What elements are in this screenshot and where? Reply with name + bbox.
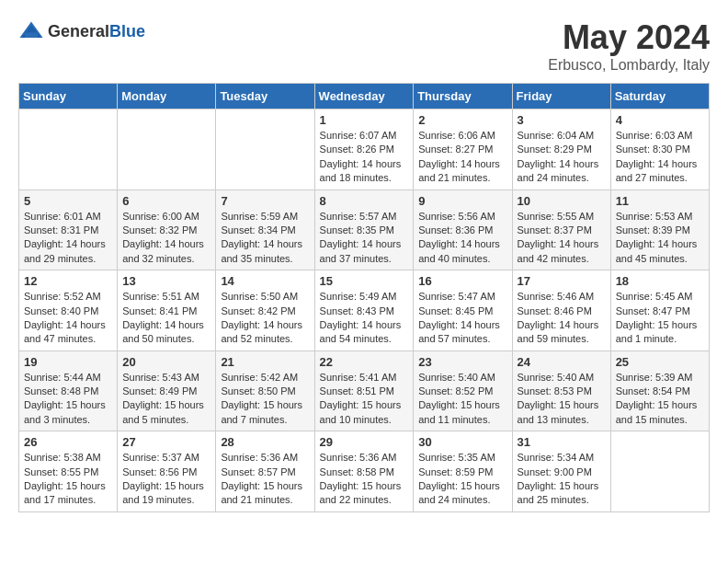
sunset-info: Sunset: 8:41 PM [122, 305, 197, 316]
daylight-hours: Daylight: 14 hours and 52 minutes. [221, 319, 302, 344]
day-info: Sunrise: 6:06 AMSunset: 8:27 PMDaylight:… [418, 129, 506, 186]
day-info: Sunrise: 5:50 AMSunset: 8:42 PMDaylight:… [221, 290, 309, 347]
day-number: 4 [616, 113, 704, 127]
day-number: 3 [518, 113, 606, 127]
day-number: 13 [122, 274, 210, 288]
day-info: Sunrise: 5:52 AMSunset: 8:40 PMDaylight:… [24, 290, 112, 347]
day-info: Sunrise: 5:55 AMSunset: 8:37 PMDaylight:… [518, 210, 606, 267]
sunset-info: Sunset: 8:32 PM [122, 224, 197, 236]
sunrise-info: Sunrise: 5:45 AM [616, 291, 693, 302]
daylight-hours: Daylight: 14 hours and 40 minutes. [418, 238, 500, 263]
calendar-cell: 17Sunrise: 5:46 AMSunset: 8:46 PMDayligh… [512, 270, 610, 351]
svg-rect-2 [25, 32, 38, 38]
daylight-hours: Daylight: 15 hours and 21 minutes. [221, 480, 302, 505]
calendar-cell: 31Sunrise: 5:34 AMSunset: 9:00 PMDayligh… [512, 431, 610, 512]
sunrise-info: Sunrise: 5:35 AM [418, 452, 495, 463]
calendar-cell: 13Sunrise: 5:51 AMSunset: 8:41 PMDayligh… [118, 270, 216, 351]
sunrise-info: Sunrise: 5:43 AM [122, 372, 199, 383]
day-info: Sunrise: 6:07 AMSunset: 8:26 PMDaylight:… [320, 129, 409, 186]
day-info: Sunrise: 6:01 AMSunset: 8:31 PMDaylight:… [24, 210, 112, 267]
sunset-info: Sunset: 8:47 PM [616, 305, 690, 316]
sunrise-info: Sunrise: 5:34 AM [518, 452, 595, 463]
calendar-cell [19, 109, 118, 190]
day-info: Sunrise: 5:35 AMSunset: 8:59 PMDaylight:… [418, 451, 506, 508]
day-info: Sunrise: 5:59 AMSunset: 8:34 PMDaylight:… [221, 210, 309, 267]
calendar-week-row: 1Sunrise: 6:07 AMSunset: 8:26 PMDaylight… [19, 109, 710, 190]
sunrise-info: Sunrise: 5:46 AM [518, 291, 595, 302]
day-number: 27 [122, 435, 210, 449]
daylight-hours: Daylight: 15 hours and 24 minutes. [418, 480, 500, 505]
daylight-hours: Daylight: 15 hours and 1 minute. [616, 319, 698, 344]
calendar-cell: 29Sunrise: 5:36 AMSunset: 8:58 PMDayligh… [314, 431, 414, 512]
day-number: 1 [320, 113, 409, 127]
sunset-info: Sunset: 8:48 PM [24, 385, 98, 396]
day-info: Sunrise: 5:34 AMSunset: 9:00 PMDaylight:… [518, 451, 606, 508]
sunrise-info: Sunrise: 5:40 AM [418, 372, 495, 383]
day-number: 25 [616, 355, 704, 369]
day-info: Sunrise: 5:36 AMSunset: 8:57 PMDaylight:… [221, 451, 309, 508]
day-number: 19 [24, 355, 112, 369]
location: Erbusco, Lombardy, Italy [548, 57, 710, 74]
sunset-info: Sunset: 9:00 PM [518, 466, 592, 477]
month-title: May 2024 [548, 18, 710, 57]
sunrise-info: Sunrise: 5:56 AM [418, 211, 495, 222]
day-info: Sunrise: 5:37 AMSunset: 8:56 PMDaylight:… [122, 451, 210, 508]
day-number: 20 [122, 355, 210, 369]
day-info: Sunrise: 5:45 AMSunset: 8:47 PMDaylight:… [616, 290, 704, 347]
day-number: 8 [320, 194, 409, 208]
sunrise-info: Sunrise: 5:52 AM [24, 291, 101, 302]
day-info: Sunrise: 5:38 AMSunset: 8:55 PMDaylight:… [24, 451, 112, 508]
calendar-cell: 7Sunrise: 5:59 AMSunset: 8:34 PMDaylight… [216, 190, 314, 270]
day-info: Sunrise: 5:41 AMSunset: 8:51 PMDaylight:… [320, 371, 409, 428]
day-number: 6 [122, 194, 210, 208]
sunrise-info: Sunrise: 5:42 AM [221, 372, 298, 383]
sunset-info: Sunset: 8:54 PM [616, 385, 690, 396]
day-number: 18 [616, 274, 704, 288]
day-info: Sunrise: 5:51 AMSunset: 8:41 PMDaylight:… [122, 290, 210, 347]
sunrise-info: Sunrise: 5:49 AM [320, 291, 397, 302]
sunrise-info: Sunrise: 5:47 AM [418, 291, 495, 302]
calendar-cell: 2Sunrise: 6:06 AMSunset: 8:27 PMDaylight… [414, 109, 512, 190]
day-number: 12 [24, 274, 112, 288]
sunset-info: Sunset: 8:46 PM [518, 305, 592, 316]
day-number: 29 [320, 435, 409, 449]
calendar-cell [610, 431, 709, 512]
sunset-info: Sunset: 8:34 PM [221, 224, 295, 236]
daylight-hours: Daylight: 15 hours and 22 minutes. [320, 480, 402, 505]
sunset-info: Sunset: 8:55 PM [24, 466, 98, 477]
day-info: Sunrise: 5:53 AMSunset: 8:39 PMDaylight:… [616, 210, 704, 267]
calendar-cell: 6Sunrise: 6:00 AMSunset: 8:32 PMDaylight… [118, 190, 216, 270]
day-info: Sunrise: 5:39 AMSunset: 8:54 PMDaylight:… [616, 371, 704, 428]
sunrise-info: Sunrise: 6:01 AM [24, 211, 101, 222]
sunset-info: Sunset: 8:56 PM [122, 466, 197, 477]
calendar-cell: 28Sunrise: 5:36 AMSunset: 8:57 PMDayligh… [216, 431, 314, 512]
day-info: Sunrise: 5:40 AMSunset: 8:53 PMDaylight:… [518, 371, 606, 428]
sunrise-info: Sunrise: 5:51 AM [122, 291, 199, 302]
sunset-info: Sunset: 8:31 PM [24, 224, 98, 236]
daylight-hours: Daylight: 14 hours and 50 minutes. [122, 319, 204, 344]
calendar-week-row: 19Sunrise: 5:44 AMSunset: 8:48 PMDayligh… [19, 350, 710, 431]
day-number: 26 [24, 435, 112, 449]
calendar-cell: 5Sunrise: 6:01 AMSunset: 8:31 PMDaylight… [19, 190, 118, 270]
day-info: Sunrise: 5:47 AMSunset: 8:45 PMDaylight:… [418, 290, 506, 347]
calendar-week-row: 12Sunrise: 5:52 AMSunset: 8:40 PMDayligh… [19, 270, 710, 351]
daylight-hours: Daylight: 15 hours and 3 minutes. [24, 399, 106, 424]
sunrise-info: Sunrise: 6:00 AM [122, 211, 199, 222]
sunrise-info: Sunrise: 5:39 AM [616, 372, 693, 383]
sunrise-info: Sunrise: 5:36 AM [320, 452, 397, 463]
day-info: Sunrise: 5:40 AMSunset: 8:52 PMDaylight:… [418, 371, 506, 428]
daylight-hours: Daylight: 14 hours and 32 minutes. [122, 238, 204, 263]
calendar-cell: 14Sunrise: 5:50 AMSunset: 8:42 PMDayligh… [216, 270, 314, 351]
calendar-cell [118, 109, 216, 190]
weekday-header: Saturday [610, 84, 709, 109]
sunset-info: Sunset: 8:45 PM [418, 305, 493, 316]
daylight-hours: Daylight: 14 hours and 54 minutes. [320, 319, 402, 344]
sunset-info: Sunset: 8:58 PM [320, 466, 394, 477]
sunset-info: Sunset: 8:52 PM [418, 385, 493, 396]
day-number: 23 [418, 355, 506, 369]
day-number: 16 [418, 274, 506, 288]
day-info: Sunrise: 5:49 AMSunset: 8:43 PMDaylight:… [320, 290, 409, 347]
calendar-table: SundayMondayTuesdayWednesdayThursdayFrid… [18, 83, 710, 512]
daylight-hours: Daylight: 15 hours and 13 minutes. [518, 399, 599, 424]
daylight-hours: Daylight: 14 hours and 35 minutes. [221, 238, 302, 263]
